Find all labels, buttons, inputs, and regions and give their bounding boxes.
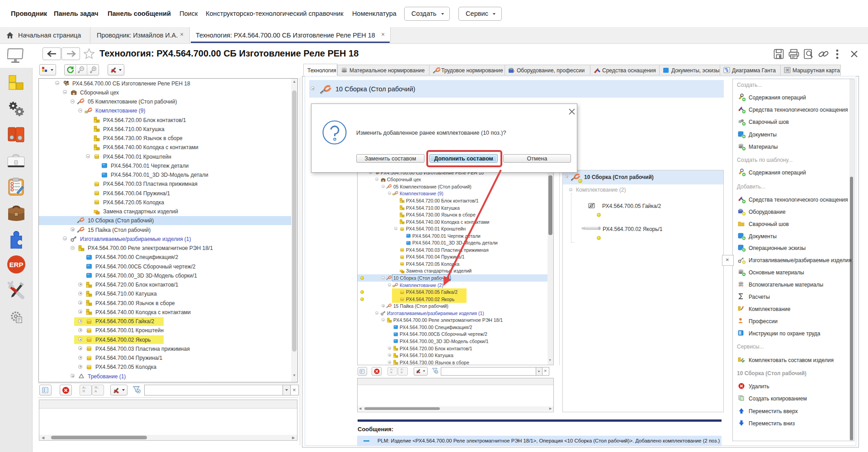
svg-text:ERP: ERP xyxy=(9,261,24,268)
